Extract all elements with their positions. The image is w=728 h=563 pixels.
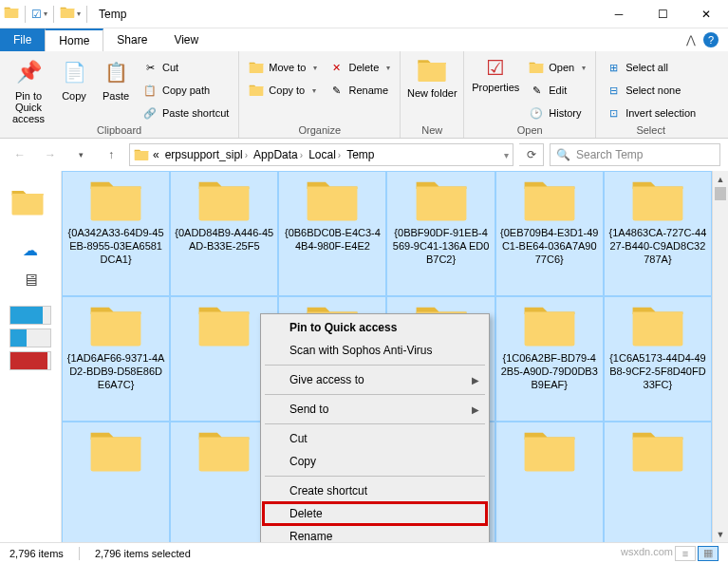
onedrive-icon[interactable]: ☁ — [0, 241, 61, 259]
pin-quick-access-button[interactable]: 📌 Pin to Quick access — [6, 53, 51, 124]
select-none-button[interactable]: ⊟Select none — [602, 80, 700, 101]
maximize-button[interactable]: ☐ — [641, 0, 684, 28]
folder-item[interactable]: {1C6A5173-44D4-49B8-9CF2-5F8D40FD33FC} — [604, 296, 712, 422]
edit-button[interactable]: ✎Edit — [525, 80, 589, 101]
address-dropdown-icon[interactable]: ▾ — [504, 150, 509, 160]
cut-button[interactable]: ✂Cut — [139, 57, 233, 78]
folder-item[interactable]: {1C06A2BF-BD79-42B5-A90D-79D0DB3B9EAF} — [495, 296, 604, 422]
ctx-give-access[interactable]: Give access to▶ — [263, 368, 487, 391]
ctx-rename[interactable]: Rename — [263, 525, 487, 542]
folder-name: {0ADD84B9-A446-45AD-B33E-25F5 — [175, 227, 273, 253]
ctx-shortcut[interactable]: Create shortcut — [263, 479, 487, 502]
history-button[interactable]: 🕑History — [525, 103, 589, 123]
drive-d[interactable] — [9, 328, 51, 347]
group-select-label: Select — [602, 124, 700, 138]
crumb-3[interactable]: Temp — [345, 148, 376, 161]
navigation-pane[interactable]: ☁ 🖥 — [0, 171, 62, 542]
ctx-delete[interactable]: Delete — [263, 502, 487, 525]
drive-e[interactable] — [9, 351, 51, 370]
ctx-sophos[interactable]: Scan with Sophos Anti-Virus — [263, 339, 487, 362]
scroll-thumb[interactable] — [715, 187, 726, 200]
view-icons-button[interactable]: ▦ — [698, 546, 719, 561]
folder-item[interactable]: {1A4863CA-727C-4427-B440-C9AD8C32787A} — [604, 171, 712, 296]
folder-icon — [196, 303, 252, 348]
copy-path-button[interactable]: 📋Copy path — [139, 80, 233, 101]
open-button[interactable]: Open▾ — [525, 57, 589, 78]
folder-icon — [521, 303, 578, 348]
group-organize-label: Organize — [245, 124, 394, 138]
address-folder-icon — [134, 147, 149, 162]
ctx-pin[interactable]: Pin to Quick access — [263, 316, 487, 339]
search-input[interactable]: 🔍 Search Temp — [550, 143, 720, 166]
folder-item[interactable]: {0A342A33-64D9-45EB-8955-03EA6581DCA1} — [62, 171, 170, 296]
search-icon: 🔍 — [556, 148, 570, 161]
minimize-button[interactable]: ─ — [597, 0, 641, 28]
forward-button[interactable]: → — [38, 142, 63, 167]
tab-view[interactable]: View — [160, 28, 212, 51]
copy-button[interactable]: 📄 Copy — [55, 53, 93, 102]
qat-checkbox-icon[interactable]: ☑ — [31, 8, 42, 21]
invert-selection-button[interactable]: ⊡Invert selection — [602, 103, 700, 123]
move-icon — [249, 60, 264, 75]
folder-item[interactable]: {0EB709B4-E3D1-49C1-BE64-036A7A9077C6} — [495, 171, 604, 296]
folder-item[interactable] — [62, 422, 170, 542]
invert-icon: ⊡ — [606, 105, 621, 121]
scroll-down-icon[interactable]: ▼ — [713, 526, 728, 542]
ctx-cut[interactable]: Cut — [263, 427, 487, 450]
back-button[interactable]: ← — [8, 142, 32, 167]
ctx-copy[interactable]: Copy — [263, 450, 487, 473]
folder-item[interactable]: {0B6BDC0B-E4C3-44B4-980F-E4E2 — [278, 171, 386, 296]
folder-icon — [521, 178, 578, 223]
view-details-button[interactable]: ≡ — [675, 546, 696, 561]
folder-item[interactable]: {0ADD84B9-A446-45AD-B33E-25F5 — [170, 171, 278, 296]
select-all-button[interactable]: ⊞Select all — [602, 57, 700, 78]
refresh-button[interactable]: ⟳ — [519, 143, 544, 166]
folder-item[interactable] — [604, 422, 712, 542]
up-button[interactable]: ↑ — [99, 142, 123, 167]
history-icon: 🕑 — [529, 105, 544, 121]
address-bar[interactable]: « erpsupport_sipl› AppData› Local› Temp … — [129, 143, 513, 166]
folder-item[interactable] — [495, 422, 604, 542]
qat-down-icon[interactable]: ▾ — [77, 9, 81, 18]
paste-button[interactable]: 📋 Paste — [97, 53, 135, 102]
paste-shortcut-button[interactable]: 🔗Paste shortcut — [139, 103, 233, 123]
delete-button[interactable]: ✕Delete▾ — [325, 57, 394, 78]
qat-dropdown-icon[interactable]: ▾ — [44, 9, 47, 18]
group-open-label: Open — [470, 124, 589, 138]
this-pc-icon[interactable]: 🖥 — [0, 271, 61, 291]
help-icon[interactable]: ? — [703, 32, 719, 47]
tab-file[interactable]: File — [0, 28, 45, 51]
folder-icon — [196, 178, 252, 223]
recent-dropdown[interactable]: ▾ — [68, 142, 93, 167]
folder-item[interactable]: {1AD6AF66-9371-4AD2-BDB9-D58E86DE6A7C} — [62, 296, 170, 422]
select-all-icon: ⊞ — [606, 60, 621, 75]
vertical-scrollbar[interactable]: ▲ ▼ — [712, 171, 728, 542]
close-button[interactable]: ✕ — [684, 0, 728, 28]
properties-button[interactable]: ☑ Properties — [470, 53, 521, 93]
copy-icon: 📄 — [63, 62, 86, 83]
copyto-icon — [249, 83, 264, 98]
crumb-0[interactable]: erpsupport_sipl› — [163, 148, 250, 161]
folder-name: {1AD6AF66-9371-4AD2-BDB9-D58E86DE6A7C} — [66, 352, 165, 391]
status-count: 2,796 items — [9, 548, 64, 559]
scroll-up-icon[interactable]: ▲ — [713, 171, 728, 187]
file-list[interactable]: {0A342A33-64D9-45EB-8955-03EA6581DCA1}{0… — [62, 171, 712, 542]
rename-button[interactable]: ✎Rename — [325, 80, 394, 101]
drive-c[interactable] — [9, 306, 51, 325]
tab-share[interactable]: Share — [103, 28, 160, 51]
ribbon-collapse-icon[interactable]: ⋀ — [686, 33, 696, 47]
pin-icon: 📌 — [16, 61, 42, 84]
copy-to-button[interactable]: Copy to▾ — [245, 80, 321, 101]
folder-icon — [304, 178, 361, 223]
qat-folder-icon — [60, 5, 75, 23]
folder-name: {0B6BDC0B-E4C3-44B4-980F-E4E2 — [283, 227, 382, 253]
crumb-2[interactable]: Local› — [307, 148, 343, 161]
new-folder-button[interactable]: New folder — [406, 53, 457, 99]
tab-home[interactable]: Home — [45, 28, 103, 51]
ctx-send-to[interactable]: Send to▶ — [263, 398, 487, 421]
nav-folder-icon — [10, 188, 45, 216]
folder-item[interactable]: {0BBF90DF-91EB-4569-9C41-136A ED0B7C2} — [386, 171, 495, 296]
folder-name: {0BBF90DF-91EB-4569-9C41-136A ED0B7C2} — [391, 227, 490, 266]
crumb-1[interactable]: AppData› — [252, 148, 305, 161]
move-to-button[interactable]: Move to▾ — [245, 57, 321, 78]
